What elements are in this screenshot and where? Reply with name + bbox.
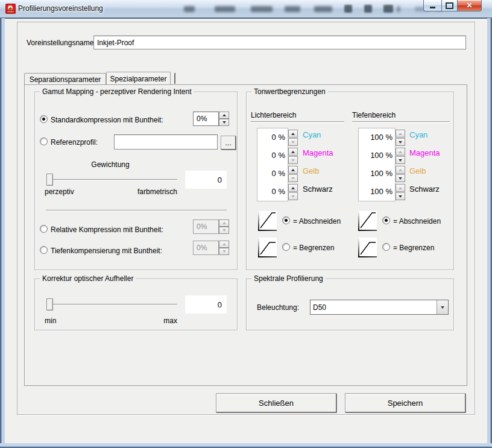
window-frame-right — [487, 18, 492, 443]
brightener-slider-thumb[interactable] — [46, 298, 53, 311]
preset-name-input[interactable] — [93, 36, 466, 49]
minimize-icon — [430, 7, 435, 8]
spin-up-button[interactable] — [288, 166, 298, 174]
channel-label-black: Schwarz — [409, 185, 440, 194]
relative-compression-value: 0% — [193, 219, 219, 234]
chevron-down-icon — [441, 306, 444, 309]
relative-compression-radio[interactable] — [40, 225, 48, 233]
brightener-min-label: min — [45, 317, 56, 325]
spin-up-button[interactable] — [288, 130, 298, 137]
application-window: Profilierungsvoreinstellung ✕ — [0, 0, 492, 448]
brightener-max-label: max — [141, 317, 177, 325]
blackpoint-compensation-spin-down — [219, 248, 229, 255]
minimize-button[interactable] — [423, 0, 441, 11]
spectral-group-title: Spektrale Profilierung — [251, 274, 326, 283]
spin-down-button[interactable] — [396, 192, 405, 200]
illumination-selected-value: D50 — [311, 300, 437, 314]
weighting-title: Gewichtung — [71, 160, 150, 169]
spin-up-button[interactable] — [288, 184, 298, 192]
standard-compression-radio[interactable] — [40, 115, 48, 123]
spin-up-button[interactable] — [396, 148, 405, 156]
close-icon: ✕ — [466, 1, 472, 10]
tone-limits-group: Tonwertbegrenzungen Lichterbereich 0 % 0… — [246, 92, 454, 270]
shadows-limit-radio[interactable] — [382, 243, 390, 251]
clip-curve-icon — [358, 211, 377, 231]
spin-up-button[interactable] — [396, 130, 405, 137]
brightener-value[interactable]: 0 — [185, 295, 227, 314]
window-frame-left — [0, 18, 5, 443]
shadows-values-panel: 100 % 100 % 100 % 100 % — [358, 128, 396, 201]
weighting-max-label: farbmetrisch — [129, 188, 177, 196]
highlight-magenta-value[interactable]: 0 % — [272, 151, 285, 160]
relative-compression-spin-down — [219, 227, 229, 234]
brightener-slider-track[interactable] — [48, 304, 177, 305]
spin-up-button[interactable] — [288, 148, 298, 156]
spin-down-button[interactable] — [288, 192, 298, 200]
highlight-black-value[interactable]: 0 % — [272, 187, 285, 196]
highlights-limit-radio[interactable] — [282, 243, 290, 251]
spin-up-button[interactable] — [396, 184, 405, 192]
shadows-clip-radio[interactable] — [382, 216, 390, 224]
column-underline — [251, 121, 344, 122]
relative-compression-spin-up — [219, 219, 229, 227]
shadow-magenta-value[interactable]: 100 % — [370, 151, 393, 160]
highlights-column-title: Lichterbereich — [251, 111, 296, 119]
blackpoint-compensation-spin-up — [219, 241, 229, 248]
spin-down-button[interactable] — [288, 174, 298, 182]
tab-spezialparameter[interactable]: Spezialparameter — [106, 72, 171, 85]
gamut-group-title: Gamut Mapping - perzeptiver Rendering In… — [40, 87, 194, 96]
highlights-clip-label: = Abschneiden — [293, 217, 341, 226]
spin-down-button[interactable] — [396, 138, 405, 146]
titlebar[interactable]: Profilierungsvoreinstellung ✕ — [0, 0, 492, 18]
spin-up-button[interactable] — [396, 166, 405, 174]
spin-down-button[interactable] — [396, 156, 405, 164]
dropdown-button[interactable] — [437, 300, 448, 314]
channel-label-magenta: Magenta — [303, 148, 333, 157]
close-window-button[interactable]: ✕ — [458, 0, 482, 11]
standard-compression-label: Standardkompression mit Buntheit: — [51, 116, 163, 124]
spin-down-button[interactable] — [396, 174, 405, 182]
standard-compression-value[interactable]: 0% — [193, 112, 219, 126]
reference-profile-input[interactable] — [114, 134, 218, 150]
channel-label-black: Schwarz — [303, 185, 333, 194]
weighting-value[interactable]: 0 — [185, 171, 227, 189]
highlights-limit-label: = Begrenzen — [293, 244, 334, 252]
blackpoint-compensation-radio[interactable] — [40, 246, 48, 254]
reference-profile-radio[interactable] — [40, 137, 48, 145]
save-button[interactable]: Speichern — [345, 393, 465, 412]
group-separator — [46, 210, 227, 211]
limit-curve-icon — [358, 238, 377, 257]
spin-down-button[interactable] — [288, 156, 298, 164]
tab-separationsparameter[interactable]: Separationsparameter — [24, 73, 106, 85]
close-button[interactable]: Schließen — [216, 393, 336, 412]
browse-profile-button[interactable]: ... — [221, 136, 236, 150]
maximize-button[interactable] — [441, 0, 458, 11]
highlight-cyan-value[interactable]: 0 % — [272, 133, 285, 142]
weighting-slider-track[interactable] — [48, 179, 177, 180]
standard-compression-spin-up[interactable] — [219, 112, 229, 119]
shadows-limit-label: = Begrenzen — [393, 244, 434, 252]
maximize-icon — [446, 2, 453, 9]
shadow-cyan-value[interactable]: 100 % — [370, 133, 393, 142]
window-title: Profilierungsvoreinstellung — [18, 4, 103, 13]
channel-label-yellow: Gelb — [409, 166, 426, 175]
spin-down-button[interactable] — [288, 138, 298, 146]
channel-label-cyan: Cyan — [303, 130, 321, 139]
shadow-yellow-value[interactable]: 100 % — [370, 169, 393, 178]
highlights-clip-radio[interactable] — [282, 216, 290, 224]
blurred-toolbar-icon — [364, 5, 372, 13]
weighting-min-label: perzeptiv — [45, 188, 74, 196]
channel-label-cyan: Cyan — [409, 130, 427, 139]
app-icon — [5, 4, 16, 14]
column-underline — [352, 121, 450, 122]
spectral-profiling-group: Spektrale Profilierung Beleuchtung: D50 — [246, 279, 454, 330]
shadow-black-value[interactable]: 100 % — [370, 187, 393, 196]
highlight-yellow-value[interactable]: 0 % — [272, 169, 285, 178]
weighting-slider-thumb[interactable] — [46, 174, 53, 186]
illumination-dropdown[interactable]: D50 — [310, 300, 449, 315]
shadows-column-title: Tiefenbereich — [352, 111, 396, 119]
standard-compression-spin-down[interactable] — [219, 119, 229, 126]
highlights-values-panel: 0 % 0 % 0 % 0 % — [257, 128, 288, 201]
clip-curve-icon — [258, 211, 277, 231]
relative-compression-label: Relative Kompression mit Buntheit: — [51, 226, 163, 234]
